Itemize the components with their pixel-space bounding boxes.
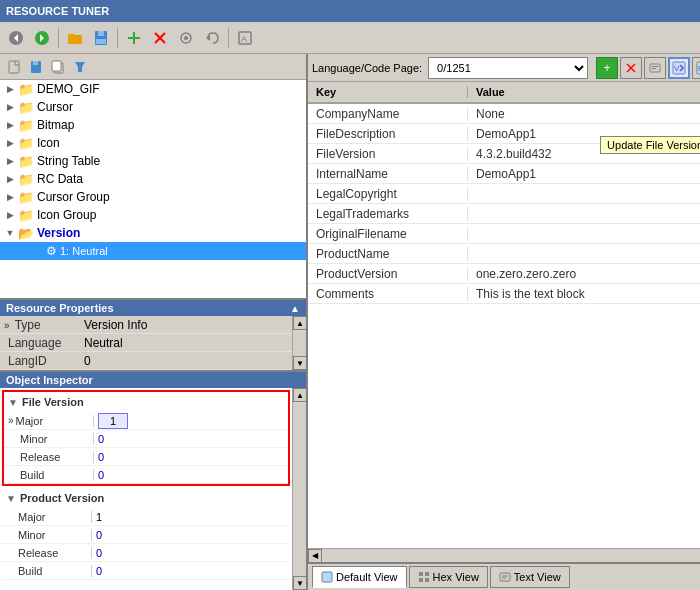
back-button[interactable]	[4, 26, 28, 50]
inspector-row-pv-release: Release 0	[2, 544, 290, 562]
inspector-scroll-up[interactable]: ▲	[293, 388, 306, 402]
row-key-3: InternalName	[308, 167, 468, 181]
fv-build-label: Build	[4, 469, 94, 481]
prop-row-langid: LangID 0	[0, 352, 292, 370]
expand-version[interactable]: ▼	[2, 228, 18, 238]
undo-button[interactable]	[200, 26, 224, 50]
open-button[interactable]	[63, 26, 87, 50]
tree-item-bitmap[interactable]: ▶ 📁 Bitmap	[0, 116, 306, 134]
left-toolbar	[0, 54, 306, 80]
table-row[interactable]: InternalName DemoApp1	[308, 164, 700, 184]
tooltip-update-file-version: Update File Version	[600, 136, 700, 154]
arrow-icon-major: »	[8, 415, 14, 426]
update-file-version-button[interactable]: V	[668, 57, 690, 79]
row-key-0: CompanyName	[308, 107, 468, 121]
delete-lang-button[interactable]	[620, 57, 642, 79]
file-version-header: ▼ File Version	[4, 392, 288, 412]
table-row[interactable]: OriginalFilename	[308, 224, 700, 244]
properties-scrollbar[interactable]: ▲ ▼	[292, 316, 306, 370]
properties-header: Resource Properties ▲	[0, 300, 306, 316]
table-row[interactable]: ProductVersion one.zero.zero.zero	[308, 264, 700, 284]
tree-item-version[interactable]: ▼ 📂 Version	[0, 224, 306, 242]
scroll-down-btn[interactable]: ▼	[293, 356, 307, 370]
export-button[interactable]: A	[233, 26, 257, 50]
tree-item-cursor-group[interactable]: ▶ 📁 Cursor Group	[0, 188, 306, 206]
expand-demo-gif[interactable]: ▶	[2, 84, 18, 94]
horizontal-scrollbar[interactable]: ◀ ▶	[308, 548, 700, 562]
folder-icon-demo-gif: 📁	[18, 82, 34, 96]
properties-lang-button[interactable]	[644, 57, 666, 79]
product-version-expand[interactable]: ▼	[6, 493, 16, 504]
language-select[interactable]: 0/1251	[428, 57, 588, 79]
h-scroll-left[interactable]: ◀	[308, 549, 322, 563]
tree-label-icon: Icon	[37, 136, 60, 150]
tree-item-cursor[interactable]: ▶ 📁 Cursor	[0, 98, 306, 116]
fv-major-label: » Major	[4, 415, 94, 427]
update-product-version-button[interactable]: P	[692, 57, 700, 79]
table-row[interactable]: LegalTrademarks	[308, 204, 700, 224]
tree-item-demo-gif[interactable]: ▶ 📁 DEMO_GIF	[0, 80, 306, 98]
expand-icon-group[interactable]: ▶	[2, 210, 18, 220]
tree-label-version: Version	[37, 226, 80, 240]
pv-minor-label: Minor	[2, 529, 92, 541]
inspector-scroll-track[interactable]	[293, 402, 306, 576]
title-bar: RESOURCE TUNER	[0, 0, 700, 22]
delete-button[interactable]	[148, 26, 172, 50]
tree-item-string-table[interactable]: ▶ 📁 String Table	[0, 152, 306, 170]
inspector-content: ▼ File Version » Major	[0, 388, 306, 590]
scroll-up-btn[interactable]: ▲	[293, 316, 307, 330]
inspector-row-fv-release: Release 0	[4, 448, 288, 466]
fv-major-input[interactable]	[98, 413, 128, 429]
tab-hex-view[interactable]: Hex View	[409, 566, 488, 588]
prop-label-langid: LangID	[0, 354, 80, 368]
save-button[interactable]	[89, 26, 113, 50]
table-row[interactable]: LegalCopyright	[308, 184, 700, 204]
folder-icon-cursor: 📁	[18, 100, 34, 114]
tab-default-view[interactable]: Default View	[312, 566, 407, 588]
row-key-7: ProductName	[308, 247, 468, 261]
tree-label-neutral: 1: Neutral	[60, 245, 108, 257]
right-panel: Language/Code Page: 0/1251 +	[308, 54, 700, 590]
toolbar-sep-2	[117, 28, 118, 48]
header-value: Value	[468, 86, 700, 98]
expand-cursor-group[interactable]: ▶	[2, 192, 18, 202]
properties-button[interactable]	[174, 26, 198, 50]
tree-item-neutral[interactable]: ⚙ 1: Neutral	[0, 242, 306, 260]
tree-item-rc-data[interactable]: ▶ 📁 RC Data	[0, 170, 306, 188]
folder-icon-icon-group: 📁	[18, 208, 34, 222]
file-version-expand[interactable]: ▼	[8, 397, 18, 408]
inspector-row-fv-major: » Major	[4, 412, 288, 430]
save-left-btn[interactable]	[26, 57, 46, 77]
prop-chevron-up[interactable]: ▲	[290, 303, 300, 314]
main-layout: ▶ 📁 DEMO_GIF ▶ 📁 Cursor ▶ 📁 Bitmap	[0, 54, 700, 590]
add-button[interactable]	[122, 26, 146, 50]
row-key-9: Comments	[308, 287, 468, 301]
new-file-btn[interactable]	[4, 57, 24, 77]
table-row[interactable]: Comments This is the text block	[308, 284, 700, 304]
tree-item-icon[interactable]: ▶ 📁 Icon	[0, 134, 306, 152]
table-row[interactable]: CompanyName None	[308, 104, 700, 124]
expand-rc-data[interactable]: ▶	[2, 174, 18, 184]
expand-icon[interactable]: ▶	[2, 138, 18, 148]
copy-left-btn[interactable]	[48, 57, 68, 77]
scroll-track[interactable]	[293, 330, 306, 356]
inspector-scroll-down[interactable]: ▼	[293, 576, 306, 590]
svg-text:V: V	[674, 64, 680, 73]
table-row[interactable]: ProductName	[308, 244, 700, 264]
resource-tree[interactable]: ▶ 📁 DEMO_GIF ▶ 📁 Cursor ▶ 📁 Bitmap	[0, 80, 306, 298]
tab-text-view[interactable]: Text View	[490, 566, 570, 588]
tree-item-icon-group[interactable]: ▶ 📁 Icon Group	[0, 206, 306, 224]
properties-table: » Type Version Info Language Neutral	[0, 316, 292, 370]
folder-icon-icon: 📁	[18, 136, 34, 150]
expand-bitmap[interactable]: ▶	[2, 120, 18, 130]
expand-string-table[interactable]: ▶	[2, 156, 18, 166]
forward-button[interactable]	[30, 26, 54, 50]
tree-label-icon-group: Icon Group	[37, 208, 96, 222]
add-lang-button[interactable]: +	[596, 57, 618, 79]
inspector-scrollbar[interactable]: ▲ ▼	[292, 388, 306, 590]
main-toolbar: A	[0, 22, 700, 54]
expand-cursor[interactable]: ▶	[2, 102, 18, 112]
right-panel-wrapper: Language/Code Page: 0/1251 +	[308, 54, 700, 590]
filter-btn[interactable]	[70, 57, 90, 77]
folder-icon-version: 📂	[18, 226, 34, 240]
